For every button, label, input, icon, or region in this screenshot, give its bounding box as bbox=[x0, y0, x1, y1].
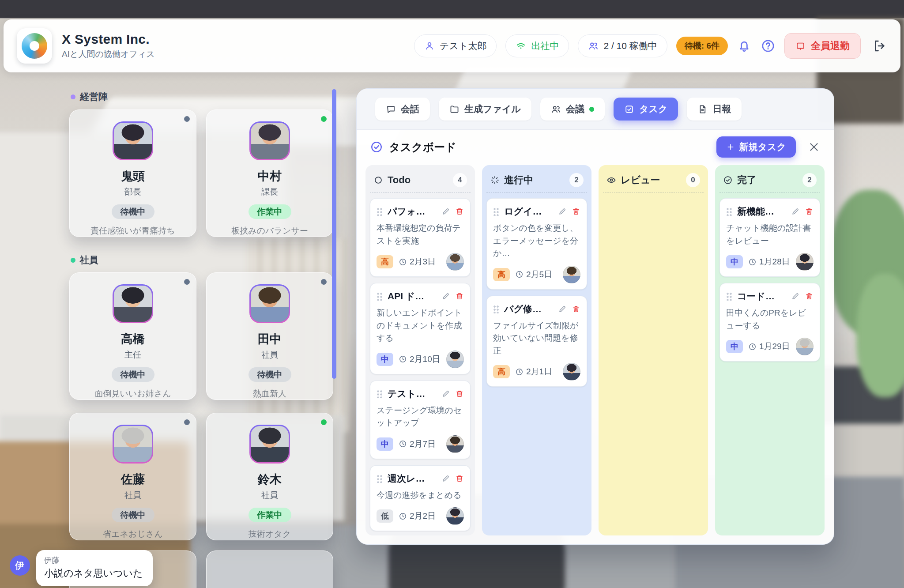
delete-icon[interactable] bbox=[805, 292, 814, 301]
employee-avatar bbox=[113, 121, 153, 160]
employee-card-佐藤[interactable]: 佐藤 社員 待機中 省エネおじさん bbox=[69, 413, 196, 540]
edit-icon[interactable] bbox=[441, 207, 450, 216]
presence-chip-label: 出社中 bbox=[531, 40, 559, 52]
edit-icon[interactable] bbox=[441, 389, 450, 398]
employee-role: 課長 bbox=[261, 186, 278, 198]
delete-icon[interactable] bbox=[572, 207, 580, 216]
due-date: 2月1日 bbox=[515, 366, 552, 377]
due-date: 2月7日 bbox=[399, 438, 436, 450]
clock-icon bbox=[399, 258, 407, 266]
tab-label: 生成ファイル bbox=[464, 103, 521, 115]
status-dot bbox=[321, 279, 327, 285]
logout-icon bbox=[872, 38, 887, 53]
plus-icon bbox=[726, 143, 735, 151]
edit-icon[interactable] bbox=[441, 292, 450, 301]
drag-handle-icon[interactable] bbox=[377, 389, 383, 398]
edit-icon[interactable] bbox=[558, 207, 567, 216]
new-task-button[interactable]: 新規タスク bbox=[716, 136, 796, 158]
user-chip[interactable]: テスト太郎 bbox=[414, 34, 497, 57]
employee-scrollbar[interactable] bbox=[332, 89, 336, 379]
task-card[interactable]: テスト… ステージング環境のセットアップ 中 2月7日 bbox=[370, 381, 471, 459]
tab-会話[interactable]: 会話 bbox=[375, 98, 430, 121]
employee-card-田中[interactable]: 田中 社員 待機中 熱血新人 bbox=[206, 272, 333, 400]
tab-label: タスク bbox=[639, 103, 667, 115]
task-card[interactable]: コード… 田中くんのPRをレビューする 中 1月29日 bbox=[719, 283, 820, 362]
task-card[interactable]: ログイ… ボタンの色を変更し、エラーメッセージを分か… 高 2月5日 bbox=[486, 198, 587, 290]
task-card[interactable]: API ド… 新しいエンドポイントのドキュメントを作成する 中 2月10日 bbox=[370, 283, 471, 374]
task-card[interactable]: 週次レ… 今週の進捗をまとめる 低 2月2日 bbox=[370, 465, 471, 531]
column-label: レビュー bbox=[621, 173, 660, 187]
column-header: 完了 2 bbox=[719, 170, 820, 193]
help-button[interactable] bbox=[761, 38, 776, 53]
board-header: タスクボード 新規タスク bbox=[357, 130, 834, 164]
task-title: ログイ… bbox=[504, 205, 553, 218]
assignee-avatar bbox=[796, 253, 814, 271]
delete-icon[interactable] bbox=[455, 474, 464, 483]
check-circle-icon bbox=[723, 175, 733, 185]
employee-card-鈴木[interactable]: 鈴木 社員 作業中 技術オタク bbox=[206, 413, 333, 540]
task-title: 週次レ… bbox=[388, 472, 437, 485]
drag-handle-icon[interactable] bbox=[493, 305, 499, 313]
drag-handle-icon[interactable] bbox=[377, 207, 383, 216]
task-card[interactable]: バグ修… ファイルサイズ制限が効いていない問題を修正 高 2月1日 bbox=[486, 296, 587, 387]
employee-status-pill: 待機中 bbox=[112, 204, 154, 219]
drag-handle-icon[interactable] bbox=[377, 292, 383, 301]
tab-日報[interactable]: 日報 bbox=[687, 98, 742, 121]
delete-icon[interactable] bbox=[455, 207, 464, 216]
delete-icon[interactable] bbox=[805, 207, 814, 216]
employee-card-中村[interactable]: 中村 課長 作業中 板挟みのバランサー bbox=[206, 109, 333, 237]
drag-handle-icon[interactable] bbox=[493, 207, 499, 216]
due-date: 1月29日 bbox=[748, 341, 790, 352]
capacity-chip[interactable]: 2 / 10 稼働中 bbox=[578, 34, 667, 57]
drag-handle-icon[interactable] bbox=[726, 207, 732, 216]
task-card-footer: 中 1月29日 bbox=[726, 338, 814, 355]
task-card-header: パフォ… bbox=[377, 205, 464, 218]
capacity-chip-label: 2 / 10 稼働中 bbox=[603, 40, 657, 52]
delete-icon[interactable] bbox=[455, 292, 464, 301]
board-column-done: 完了 2 新機能… チャット機能の設計書をレビュー 中 1月28日 コード… bbox=[715, 165, 825, 535]
employee-description: 板挟みのバランサー bbox=[231, 225, 308, 237]
monitor-icon bbox=[795, 41, 806, 51]
edit-icon[interactable] bbox=[441, 474, 450, 483]
column-count-badge: 2 bbox=[802, 173, 817, 187]
close-panel-button[interactable] bbox=[807, 140, 821, 154]
tab-会議[interactable]: 会議 bbox=[540, 98, 605, 121]
task-description: 本番環境想定の負荷テストを実施 bbox=[377, 222, 464, 247]
employee-name: 田中 bbox=[258, 331, 282, 347]
app-root: X System Inc. AIと人間の協働オフィス テスト太郎 出社中 2 /… bbox=[0, 0, 904, 588]
employee-role: 社員 bbox=[124, 490, 141, 501]
drag-handle-icon[interactable] bbox=[377, 474, 383, 483]
employee-card-鬼頭[interactable]: 鬼頭 部長 待機中 責任感強いが胃痛持ち bbox=[69, 109, 196, 237]
leave-all-button[interactable]: 全員退勤 bbox=[784, 33, 861, 59]
notifications-bell-button[interactable] bbox=[737, 38, 752, 53]
kanban-board: Todo 4 パフォ… 本番環境想定の負荷テストを実施 高 2月3日 API ド… bbox=[357, 164, 834, 544]
tab-タスク[interactable]: タスク bbox=[614, 98, 678, 121]
notification-toast[interactable]: 伊 伊藤 小説のネタ思いついた bbox=[10, 550, 153, 586]
presence-chip[interactable]: 出社中 bbox=[505, 34, 569, 57]
edit-icon[interactable] bbox=[791, 207, 800, 216]
task-card-footer: 低 2月2日 bbox=[377, 507, 464, 525]
task-description: ステージング環境のセットアップ bbox=[377, 404, 464, 430]
task-card[interactable]: パフォ… 本番環境想定の負荷テストを実施 高 2月3日 bbox=[370, 198, 471, 277]
task-card[interactable]: 新機能… チャット機能の設計書をレビュー 中 1月28日 bbox=[719, 198, 820, 277]
person-icon bbox=[424, 41, 435, 51]
employee-name: 佐藤 bbox=[121, 471, 145, 487]
tab-生成ファイル[interactable]: 生成ファイル bbox=[439, 98, 531, 121]
clock-icon bbox=[399, 355, 407, 363]
delete-icon[interactable] bbox=[455, 389, 464, 398]
drag-handle-icon[interactable] bbox=[726, 292, 732, 301]
edit-icon[interactable] bbox=[558, 305, 567, 313]
employee-name: 鬼頭 bbox=[121, 168, 145, 184]
due-date: 1月28日 bbox=[748, 256, 790, 268]
wifi-icon bbox=[516, 41, 526, 51]
column-count-badge: 4 bbox=[453, 173, 467, 187]
delete-icon[interactable] bbox=[572, 305, 580, 313]
employee-card-高橋[interactable]: 高橋 主任 待機中 面倒見いいお姉さん bbox=[69, 272, 196, 400]
app-logo bbox=[17, 28, 52, 64]
edit-icon[interactable] bbox=[791, 292, 800, 301]
task-card-header: バグ修… bbox=[493, 303, 580, 315]
task-card-header: API ド… bbox=[377, 290, 464, 302]
status-dot bbox=[321, 419, 327, 425]
task-card-footer: 高 2月5日 bbox=[493, 266, 580, 283]
logout-button[interactable] bbox=[872, 38, 887, 53]
